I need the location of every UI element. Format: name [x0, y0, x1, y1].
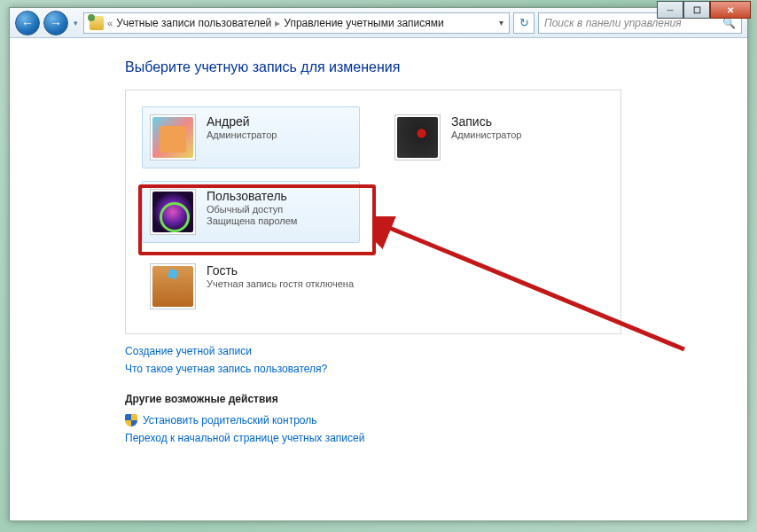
account-tile-andrey[interactable]: Андрей Администратор [142, 106, 360, 168]
breadcrumb-item[interactable]: Управление учетными записями [284, 17, 443, 29]
refresh-button[interactable]: ↻ [513, 12, 535, 34]
avatar-suitcase-icon [152, 266, 193, 307]
forward-button[interactable]: → [43, 11, 68, 35]
avatar-sphere-icon [152, 192, 193, 232]
nav-history-dropdown[interactable]: ▾ [72, 19, 80, 27]
uac-shield-icon [125, 414, 137, 426]
other-actions-heading: Другие возможные действия [125, 393, 747, 405]
account-name: Пользователь [207, 189, 297, 203]
close-button[interactable]: ✕ [710, 1, 751, 19]
avatar [150, 189, 196, 235]
breadcrumb[interactable]: « Учетные записи пользователей ▸ Управле… [83, 12, 510, 34]
account-password-status: Защищена паролем [207, 215, 297, 226]
account-tile-zapis[interactable]: Запись Администратор [386, 106, 605, 168]
account-info: Запись Администратор [451, 114, 521, 140]
account-status: Учетная запись гостя отключена [207, 278, 354, 289]
account-name: Запись [451, 114, 521, 129]
parental-control-link[interactable]: Установить родительский контроль [125, 414, 747, 426]
back-button[interactable]: ← [15, 11, 40, 35]
accounts-homepage-link[interactable]: Переход к начальной странице учетных зап… [125, 432, 364, 444]
parental-control-label: Установить родительский контроль [143, 414, 317, 426]
breadcrumb-dropdown[interactable]: ▾ [499, 18, 503, 27]
breadcrumb-item[interactable]: Учетные записи пользователей [116, 17, 271, 29]
account-links: Создание учетной записи Что такое учетна… [125, 345, 747, 375]
window: ─ ☐ ✕ ← → ▾ « Учетные записи пользовател… [9, 7, 748, 521]
create-account-link[interactable]: Создание учетной записи [125, 345, 747, 357]
maximize-button[interactable]: ☐ [683, 1, 710, 19]
minimize-button[interactable]: ─ [657, 1, 683, 19]
account-info: Пользователь Обычный доступ Защищена пар… [207, 189, 297, 226]
account-name: Гость [207, 263, 354, 278]
account-info: Гость Учетная запись гостя отключена [207, 263, 354, 289]
avatar-record-icon [397, 117, 438, 158]
accounts-grid: Андрей Администратор Запись Администрато… [142, 106, 605, 317]
account-tile-guest[interactable]: Гость Учетная запись гостя отключена [142, 255, 605, 317]
navigation-bar: ← → ▾ « Учетные записи пользователей ▸ У… [10, 8, 747, 38]
control-panel-icon [90, 16, 104, 30]
account-info: Андрей Администратор [207, 114, 277, 140]
account-name: Андрей [207, 114, 277, 129]
accounts-panel: Андрей Администратор Запись Администрато… [125, 90, 621, 334]
avatar [394, 114, 441, 160]
avatar [150, 263, 196, 309]
account-access: Обычный доступ [207, 204, 297, 215]
breadcrumb-chevron-left: « [107, 18, 113, 28]
titlebar-controls: ─ ☐ ✕ [657, 1, 751, 19]
account-role: Администратор [451, 129, 521, 140]
content-area: Выберите учетную запись для изменения Ан… [10, 38, 747, 520]
avatar [150, 114, 196, 160]
account-tile-polzovatel[interactable]: Пользователь Обычный доступ Защищена пар… [142, 181, 360, 243]
account-role: Администратор [207, 129, 277, 140]
what-is-account-link[interactable]: Что такое учетная запись пользователя? [125, 363, 747, 375]
page-title: Выберите учетную запись для изменения [125, 59, 747, 75]
avatar-robot-icon [152, 117, 193, 158]
breadcrumb-separator: ▸ [275, 17, 280, 29]
